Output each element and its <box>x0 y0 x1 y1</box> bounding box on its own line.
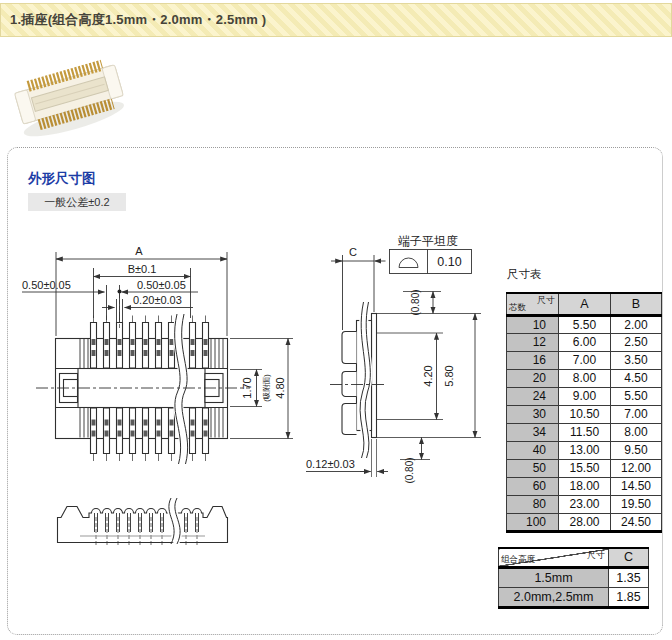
table-row: 5015.5012.00 <box>507 459 662 477</box>
table-row: 167.003.50 <box>507 351 662 369</box>
cell-pins: 60 <box>507 477 559 495</box>
cell-c: 1.85 <box>609 587 649 607</box>
section-title: 外形尺寸图 <box>28 170 96 188</box>
table-row: 208.004.50 <box>507 369 662 387</box>
cell-a: 8.00 <box>559 369 611 387</box>
cell-pins: 10 <box>507 315 559 333</box>
table-row: 10028.0024.50 <box>507 513 662 531</box>
height-table-header-row: 尺寸 组合高度 C <box>499 548 649 567</box>
corner-top-label: 尺寸 <box>587 549 605 562</box>
corner-bottom-label: 芯数 <box>509 302 526 314</box>
cell-a: 10.50 <box>559 405 611 423</box>
cell-pins: 16 <box>507 351 559 369</box>
cell-height: 1.5mm <box>499 567 609 587</box>
product-photo <box>6 48 136 148</box>
cell-a: 23.00 <box>559 495 611 513</box>
table-row: 8023.0019.50 <box>507 495 662 513</box>
cell-b: 5.50 <box>611 387 662 405</box>
cell-pins: 50 <box>507 459 559 477</box>
page-title: 1.插座(组合高度1.5mm・2.0mm・2.5mm ) <box>1 11 266 29</box>
cell-b: 24.50 <box>611 513 662 531</box>
cell-a: 28.00 <box>559 513 611 531</box>
cell-a: 9.00 <box>559 387 611 405</box>
cell-b: 4.50 <box>611 369 662 387</box>
table-row: 6018.0014.50 <box>507 477 662 495</box>
height-table: 尺寸 组合高度 C 1.5mm1.35 2.0mm,2.5mm1.85 <box>498 547 649 609</box>
cell-c: 1.35 <box>609 567 649 587</box>
cell-pins: 24 <box>507 387 559 405</box>
cell-b: 2.00 <box>611 315 662 333</box>
size-table-corner-cell: 尺寸 芯数 <box>507 293 559 315</box>
height-table-corner-cell: 尺寸 组合高度 <box>499 548 609 567</box>
cell-b: 2.50 <box>611 333 662 351</box>
size-table-title: 尺寸表 <box>507 267 542 282</box>
size-table: 尺寸 芯数 A B 105.502.00 126.002.50 167.003.… <box>506 292 662 533</box>
table-row: 4013.009.50 <box>507 441 662 459</box>
column-c-header: C <box>609 548 649 567</box>
cell-a: 5.50 <box>559 315 611 333</box>
cell-a: 13.00 <box>559 441 611 459</box>
cell-pins: 80 <box>507 495 559 513</box>
cell-b: 7.00 <box>611 405 662 423</box>
corner-bottom-label: 组合高度 <box>501 554 535 566</box>
datasheet-page: { "banner": { "title": "1.插座(组合高度1.5mm・2… <box>0 0 672 640</box>
cell-a: 7.00 <box>559 351 611 369</box>
cell-pins: 100 <box>507 513 559 531</box>
cell-b: 8.00 <box>611 423 662 441</box>
table-row: 2.0mm,2.5mm1.85 <box>499 587 649 607</box>
size-table-header-row: 尺寸 芯数 A B <box>507 293 662 315</box>
table-row: 3411.508.00 <box>507 423 662 441</box>
cell-b: 12.00 <box>611 459 662 477</box>
cell-pins: 30 <box>507 405 559 423</box>
cell-pins: 20 <box>507 369 559 387</box>
column-b-header: B <box>611 293 662 315</box>
cell-a: 15.50 <box>559 459 611 477</box>
corner-top-label: 尺寸 <box>537 294 555 307</box>
cell-b: 9.50 <box>611 441 662 459</box>
table-row: 126.002.50 <box>507 333 662 351</box>
table-row: 105.502.00 <box>507 315 662 333</box>
cell-pins: 40 <box>507 441 559 459</box>
cell-b: 14.50 <box>611 477 662 495</box>
table-row: 249.005.50 <box>507 387 662 405</box>
cell-a: 18.00 <box>559 477 611 495</box>
cell-height: 2.0mm,2.5mm <box>499 587 609 607</box>
cell-pins: 12 <box>507 333 559 351</box>
cell-b: 3.50 <box>611 351 662 369</box>
table-row: 1.5mm1.35 <box>499 567 649 587</box>
table-row: 3010.507.00 <box>507 405 662 423</box>
cell-pins: 34 <box>507 423 559 441</box>
column-a-header: A <box>559 293 611 315</box>
tolerance-note: 一般公差±0.2 <box>28 193 126 211</box>
cell-a: 6.00 <box>559 333 611 351</box>
cell-b: 19.50 <box>611 495 662 513</box>
cell-a: 11.50 <box>559 423 611 441</box>
page-header-band: 1.插座(组合高度1.5mm・2.0mm・2.5mm ) <box>0 3 672 37</box>
